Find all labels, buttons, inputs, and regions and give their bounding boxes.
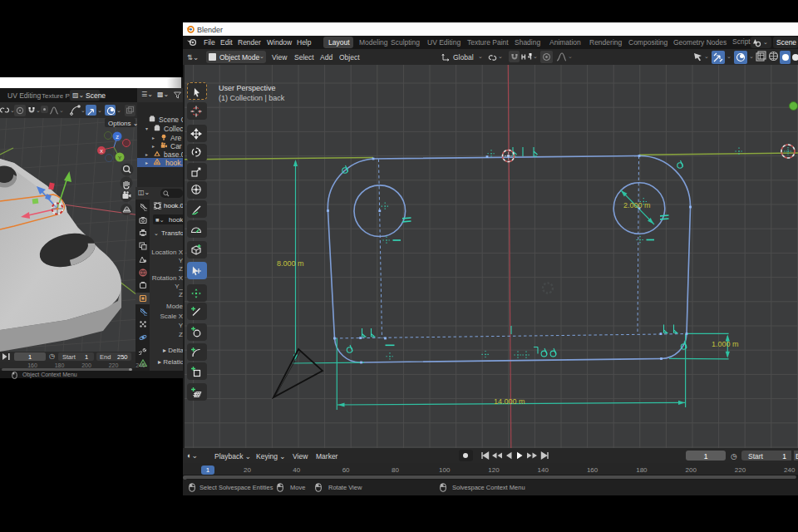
svg-text:Z: Z bbox=[116, 135, 119, 140]
svg-text:14.000 m: 14.000 m bbox=[494, 397, 525, 406]
svg-text:8.000 m: 8.000 m bbox=[277, 259, 304, 268]
svg-text:(1) Collection | back: (1) Collection | back bbox=[219, 94, 285, 102]
svg-text:Y: Y bbox=[118, 155, 121, 160]
svg-text:X: X bbox=[100, 149, 103, 154]
svg-text:User Perspective: User Perspective bbox=[219, 84, 276, 92]
svg-text:1.000 m: 1.000 m bbox=[712, 340, 739, 348]
svg-text:2.000 m: 2.000 m bbox=[623, 201, 651, 209]
